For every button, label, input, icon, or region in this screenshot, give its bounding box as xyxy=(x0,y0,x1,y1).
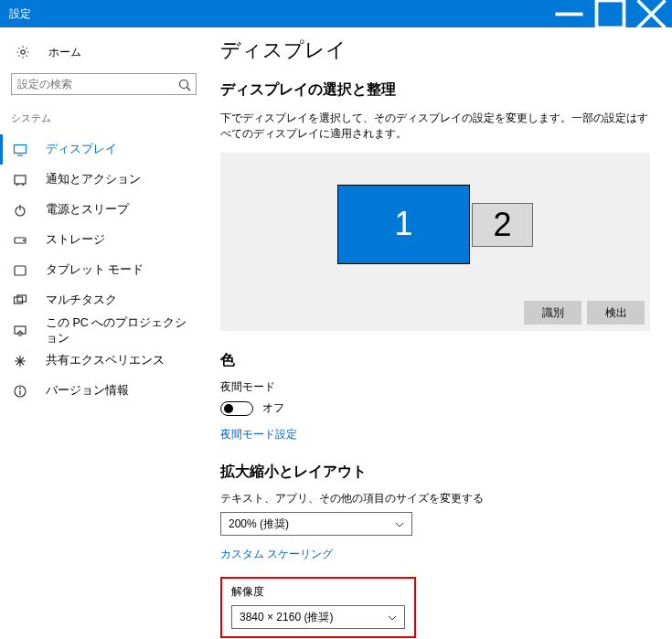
share-icon xyxy=(13,354,27,368)
titlebar: 設定 xyxy=(0,0,672,27)
svg-point-4 xyxy=(21,50,25,54)
close-button[interactable] xyxy=(631,0,672,27)
svg-rect-7 xyxy=(15,144,27,153)
monitor-2[interactable]: 2 xyxy=(472,203,533,247)
sidebar-item-share[interactable]: 共有エクスペリエンス xyxy=(0,346,208,376)
svg-rect-14 xyxy=(15,266,26,275)
night-mode-toggle[interactable] xyxy=(220,401,253,416)
sidebar-item-notifications[interactable]: 通知とアクション xyxy=(0,165,208,195)
sidebar-item-storage[interactable]: ストレージ xyxy=(0,225,208,255)
page-title: ディスプレイ xyxy=(220,37,650,64)
notification-icon xyxy=(13,173,27,187)
svg-point-13 xyxy=(24,240,25,240)
color-section-title: 色 xyxy=(220,351,650,370)
home-button[interactable]: ホーム xyxy=(0,40,208,64)
svg-rect-1 xyxy=(597,0,624,27)
svg-line-6 xyxy=(187,88,191,91)
gear-icon xyxy=(16,45,30,59)
sidebar-item-multitask[interactable]: マルチタスク xyxy=(0,285,208,315)
svg-point-21 xyxy=(20,388,21,389)
scale-desc: テキスト、アプリ、その他の項目のサイズを変更する xyxy=(220,491,650,506)
scale-dropdown[interactable]: 200% (推奨) xyxy=(220,512,412,536)
sidebar: ホーム システム ディスプレイ 通知とアクション 電源とスリープ ストレージ タ… xyxy=(0,27,208,639)
custom-scaling-link[interactable]: カスタム スケーリング xyxy=(220,547,650,562)
night-mode-state: オフ xyxy=(262,400,284,416)
night-mode-label: 夜間モード xyxy=(220,379,650,395)
select-arrange-title: ディスプレイの選択と整理 xyxy=(220,80,650,100)
detect-button[interactable]: 検出 xyxy=(587,301,645,325)
night-mode-settings-link[interactable]: 夜間モード設定 xyxy=(220,427,650,442)
select-arrange-desc: 下でディスプレイを選択して、そのディスプレイの設定を変更します。一部の設定はすべ… xyxy=(220,111,650,142)
scale-value: 200% (推奨) xyxy=(229,517,289,532)
main-content: ディスプレイ ディスプレイの選択と整理 下でディスプレイを選択して、そのディスプ… xyxy=(208,27,672,639)
sidebar-item-projection[interactable]: この PC へのプロジェクション xyxy=(0,315,208,346)
search-input[interactable] xyxy=(17,78,177,91)
minimize-button[interactable] xyxy=(549,0,590,27)
resolution-value: 3840 × 2160 (推奨) xyxy=(240,610,333,625)
svg-rect-9 xyxy=(15,176,26,184)
maximize-button[interactable] xyxy=(590,0,631,27)
svg-rect-18 xyxy=(15,326,26,334)
sidebar-item-power[interactable]: 電源とスリープ xyxy=(0,195,208,225)
scale-section-title: 拡大縮小とレイアウト xyxy=(220,463,650,482)
monitor-arrangement[interactable]: 1 2 識別 検出 xyxy=(220,153,650,331)
search-box[interactable] xyxy=(11,73,197,95)
tablet-icon xyxy=(13,263,27,278)
home-label: ホーム xyxy=(48,45,81,60)
sidebar-item-about[interactable]: バージョン情報 xyxy=(0,376,208,406)
power-icon xyxy=(13,203,27,218)
resolution-highlight: 解像度 3840 × 2160 (推奨) xyxy=(220,577,416,638)
multitask-icon xyxy=(13,293,27,308)
search-icon xyxy=(177,78,190,91)
storage-icon xyxy=(13,233,27,248)
sidebar-item-tablet[interactable]: タブレット モード xyxy=(0,255,208,285)
projection-icon xyxy=(13,324,27,338)
resolution-label: 解像度 xyxy=(231,584,405,600)
identify-button[interactable]: 識別 xyxy=(524,301,581,325)
svg-rect-17 xyxy=(17,295,27,302)
info-icon xyxy=(13,384,27,399)
monitor-icon xyxy=(13,143,27,157)
chevron-down-icon xyxy=(388,612,397,622)
monitor-1[interactable]: 1 xyxy=(337,185,470,264)
window-title: 設定 xyxy=(0,6,31,22)
svg-point-5 xyxy=(180,80,188,89)
resolution-dropdown[interactable]: 3840 × 2160 (推奨) xyxy=(231,605,405,629)
svg-rect-16 xyxy=(15,297,23,304)
window-controls xyxy=(549,0,672,27)
sidebar-item-display[interactable]: ディスプレイ xyxy=(0,134,208,165)
group-label: システム xyxy=(0,112,208,125)
chevron-down-icon xyxy=(395,519,404,528)
